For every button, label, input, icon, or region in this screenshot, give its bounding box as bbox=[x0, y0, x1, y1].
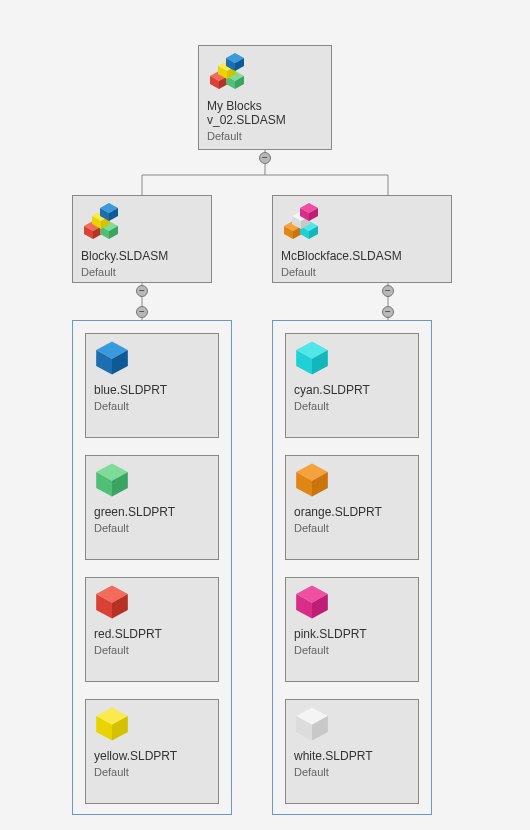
node-title: My Blocks v_02.SLDASM bbox=[207, 100, 323, 128]
part-cube-icon bbox=[94, 462, 210, 502]
assembly-icon bbox=[81, 202, 203, 246]
collapse-toggle-group2[interactable]: − bbox=[382, 306, 394, 318]
part-cube-icon bbox=[294, 584, 410, 624]
collapse-toggle-sub1[interactable]: − bbox=[136, 285, 148, 297]
node-title: McBlockface.SLDASM bbox=[281, 250, 443, 264]
part-cube-icon bbox=[94, 706, 210, 746]
node-config: Default bbox=[294, 644, 410, 656]
part-node[interactable]: pink.SLDPRT Default bbox=[285, 577, 419, 682]
assembly-node-sub2[interactable]: McBlockface.SLDASM Default bbox=[272, 195, 452, 283]
collapse-toggle-group1[interactable]: − bbox=[136, 306, 148, 318]
part-node[interactable]: yellow.SLDPRT Default bbox=[85, 699, 219, 804]
node-title: white.SLDPRT bbox=[294, 750, 410, 764]
collapse-toggle-root[interactable]: − bbox=[259, 152, 271, 164]
node-config: Default bbox=[294, 766, 410, 778]
node-title: blue.SLDPRT bbox=[94, 384, 210, 398]
part-node[interactable]: white.SLDPRT Default bbox=[285, 699, 419, 804]
assembly-node-sub1[interactable]: Blocky.SLDASM Default bbox=[72, 195, 212, 283]
part-node[interactable]: green.SLDPRT Default bbox=[85, 455, 219, 560]
part-node[interactable]: blue.SLDPRT Default bbox=[85, 333, 219, 438]
node-config: Default bbox=[207, 130, 323, 142]
part-node[interactable]: cyan.SLDPRT Default bbox=[285, 333, 419, 438]
node-config: Default bbox=[94, 644, 210, 656]
assembly-icon bbox=[281, 202, 443, 246]
part-cube-icon bbox=[294, 706, 410, 746]
node-config: Default bbox=[281, 266, 443, 278]
node-title: red.SLDPRT bbox=[94, 628, 210, 642]
node-config: Default bbox=[294, 400, 410, 412]
part-node[interactable]: orange.SLDPRT Default bbox=[285, 455, 419, 560]
assembly-tree-canvas: − − − − − My Blocks v_02.SLDASM Default … bbox=[0, 0, 530, 830]
collapse-toggle-sub2[interactable]: − bbox=[382, 285, 394, 297]
node-config: Default bbox=[294, 522, 410, 534]
assembly-icon bbox=[207, 52, 323, 96]
part-cube-icon bbox=[294, 462, 410, 502]
assembly-node-root[interactable]: My Blocks v_02.SLDASM Default bbox=[198, 45, 332, 150]
node-config: Default bbox=[81, 266, 203, 278]
node-title: yellow.SLDPRT bbox=[94, 750, 210, 764]
node-title: pink.SLDPRT bbox=[294, 628, 410, 642]
node-title: Blocky.SLDASM bbox=[81, 250, 203, 264]
part-cube-icon bbox=[294, 340, 410, 380]
node-config: Default bbox=[94, 522, 210, 534]
node-title: green.SLDPRT bbox=[94, 506, 210, 520]
node-title: cyan.SLDPRT bbox=[294, 384, 410, 398]
part-cube-icon bbox=[94, 340, 210, 380]
node-title: orange.SLDPRT bbox=[294, 506, 410, 520]
part-node[interactable]: red.SLDPRT Default bbox=[85, 577, 219, 682]
node-config: Default bbox=[94, 400, 210, 412]
part-cube-icon bbox=[94, 584, 210, 624]
node-config: Default bbox=[94, 766, 210, 778]
